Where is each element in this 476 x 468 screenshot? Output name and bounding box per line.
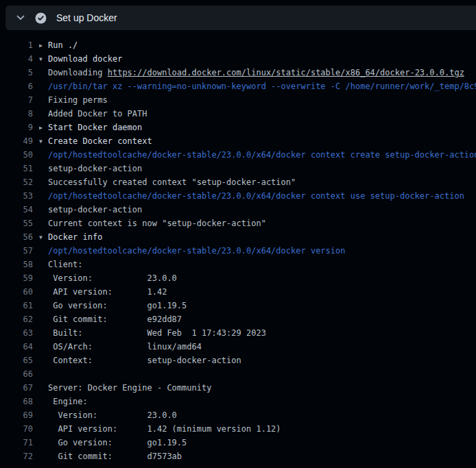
line-number[interactable]: 52: [0, 175, 33, 189]
log-line: 58Client:: [0, 258, 476, 271]
line-number[interactable]: 71: [0, 436, 33, 449]
log-text: Go version: go1.19.5: [48, 438, 187, 447]
log-group-header[interactable]: 9▶Start Docker daemon: [0, 121, 476, 134]
group-title: Create Docker context: [48, 136, 152, 146]
step-title: Set up Docker: [56, 12, 117, 23]
log-line: 61 Go version: go1.19.5: [0, 299, 476, 312]
log-text: Successfully created context "setup-dock…: [48, 177, 296, 187]
line-number[interactable]: 67: [0, 381, 33, 395]
log-line: 64 OS/Arch: linux/amd64: [0, 340, 476, 354]
line-number[interactable]: 4: [0, 52, 33, 66]
log-text: API version: 1.42 (minimum version 1.12): [48, 424, 281, 434]
log-line: 63 Built: Wed Feb 1 17:43:29 2023: [0, 326, 476, 340]
log-text: setup-docker-action: [48, 205, 142, 214]
workflow-log-viewer: Set up Docker 1▶Run ./4▼Download docker5…: [0, 0, 476, 468]
line-number[interactable]: 56: [0, 230, 33, 244]
line-number[interactable]: 70: [0, 422, 33, 436]
log-text: Version: 23.0.0: [48, 410, 177, 420]
log-line: 70 API version: 1.42 (minimum version 1.…: [0, 422, 476, 436]
step-header[interactable]: Set up Docker: [5, 5, 476, 30]
line-number[interactable]: 58: [0, 258, 33, 271]
log-text: Built: Wed Feb 1 17:43:29 2023: [48, 328, 266, 338]
line-number[interactable]: 49: [0, 134, 33, 148]
line-number[interactable]: 61: [0, 299, 33, 312]
log-text: setup-docker-action: [48, 164, 142, 173]
line-number[interactable]: 53: [0, 189, 33, 203]
line-number[interactable]: 57: [0, 244, 33, 258]
log-command-text: /usr/bin/tar xz --warning=no-unknown-key…: [48, 82, 476, 91]
log-line: 65 Context: setup-docker-action: [0, 354, 476, 367]
triangle-down-icon: ▼: [39, 53, 48, 66]
log-text: API version: 1.42: [48, 287, 167, 297]
line-number[interactable]: 69: [0, 408, 33, 422]
log-text: Client:: [48, 260, 83, 269]
log-line: 52Successfully created context "setup-do…: [0, 175, 476, 189]
log-line: 5Downloading https://download.docker.com…: [0, 66, 476, 79]
log-line: 62 Git commit: e92dd87: [0, 312, 476, 326]
log-line: 54setup-docker-action: [0, 203, 476, 217]
log-text: Current context is now "setup-docker-act…: [48, 219, 266, 228]
log-line: 60 API version: 1.42: [0, 285, 476, 299]
line-number[interactable]: 65: [0, 354, 33, 367]
line-number[interactable]: 7: [0, 93, 33, 107]
chevron-down-icon[interactable]: [15, 12, 26, 23]
log-line: 68 Engine:: [0, 395, 476, 408]
line-number[interactable]: 55: [0, 217, 33, 230]
check-circle-icon: [35, 12, 47, 24]
log-text: Version: 23.0.0: [48, 273, 177, 283]
triangle-down-icon: ▼: [39, 231, 48, 244]
log-line: 71 Go version: go1.19.5: [0, 436, 476, 449]
line-number[interactable]: 50: [0, 148, 33, 162]
log-line: 55Current context is now "setup-docker-a…: [0, 217, 476, 230]
line-number[interactable]: 62: [0, 312, 33, 326]
log-line: 8Added Docker to PATH: [0, 107, 476, 121]
log-line: 50/opt/hostedtoolcache/docker-stable/23.…: [0, 148, 476, 162]
log-text: Server: Docker Engine - Community: [48, 383, 211, 393]
log-line: 72 Git commit: d7573ab: [0, 449, 476, 463]
log-text: Downloading: [48, 68, 108, 77]
log-command-text: /opt/hostedtoolcache/docker-stable/23.0.…: [48, 246, 345, 256]
line-number[interactable]: 72: [0, 449, 33, 463]
log-group-header[interactable]: 1▶Run ./: [0, 38, 476, 52]
log-line: 66: [0, 367, 476, 381]
log-group-header[interactable]: 56▼Docker info: [0, 230, 476, 244]
log-command-text: /opt/hostedtoolcache/docker-stable/23.0.…: [48, 150, 476, 160]
line-number[interactable]: 59: [0, 271, 33, 285]
log-text: Fixing perms: [48, 95, 108, 105]
line-number[interactable]: 54: [0, 203, 33, 217]
line-number[interactable]: 60: [0, 285, 33, 299]
log-lines: 1▶Run ./4▼Download docker5Downloading ht…: [0, 30, 476, 463]
log-group-header[interactable]: 4▼Download docker: [0, 52, 476, 66]
log-line: 69 Version: 23.0.0: [0, 408, 476, 422]
line-number[interactable]: 1: [0, 38, 33, 52]
group-title: Download docker: [48, 54, 122, 64]
line-number[interactable]: 66: [0, 367, 33, 381]
log-line: 7Fixing perms: [0, 93, 476, 107]
log-text: Engine:: [48, 397, 88, 406]
line-number[interactable]: 68: [0, 395, 33, 408]
triangle-right-icon: ▶: [39, 39, 48, 52]
log-line: 6/usr/bin/tar xz --warning=no-unknown-ke…: [0, 79, 476, 93]
log-line: 57/opt/hostedtoolcache/docker-stable/23.…: [0, 244, 476, 258]
log-text: Git commit: d7573ab: [48, 452, 182, 461]
group-title: Start Docker daemon: [48, 123, 142, 132]
line-number[interactable]: 64: [0, 340, 33, 354]
line-number[interactable]: 63: [0, 326, 33, 340]
line-number[interactable]: 9: [0, 121, 33, 134]
log-text: Go version: go1.19.5: [48, 301, 187, 310]
log-line: 53/opt/hostedtoolcache/docker-stable/23.…: [0, 189, 476, 203]
line-number[interactable]: 8: [0, 107, 33, 121]
log-line: 67Server: Docker Engine - Community: [0, 381, 476, 395]
log-link[interactable]: https://download.docker.com/linux/static…: [108, 68, 464, 77]
triangle-down-icon: ▼: [39, 135, 48, 148]
group-title: Run ./: [48, 40, 78, 50]
log-text: Git commit: e92dd87: [48, 315, 182, 324]
log-text: OS/Arch: linux/amd64: [48, 342, 202, 352]
line-number[interactable]: 6: [0, 79, 33, 93]
log-group-header[interactable]: 49▼Create Docker context: [0, 134, 476, 148]
log-line: 59 Version: 23.0.0: [0, 271, 476, 285]
line-number[interactable]: 5: [0, 66, 33, 79]
line-number[interactable]: 51: [0, 162, 33, 175]
log-text: Context: setup-docker-action: [48, 356, 241, 365]
log-text: Added Docker to PATH: [48, 109, 147, 119]
